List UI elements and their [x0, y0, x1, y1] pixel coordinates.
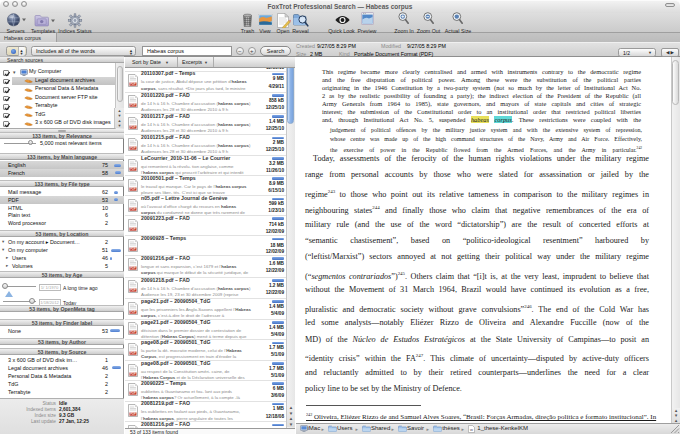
svg-text:PDF: PDF: [130, 227, 136, 231]
svg-text:PDF: PDF: [130, 146, 136, 150]
svg-text:PDF: PDF: [130, 167, 136, 171]
svg-text:PDF: PDF: [130, 103, 136, 107]
svg-text:w: w: [470, 427, 473, 432]
svg-text:PDF: PDF: [130, 310, 136, 314]
svg-text:PDF: PDF: [130, 330, 136, 334]
svg-text:PDF: PDF: [130, 412, 136, 416]
svg-text:PDF: PDF: [130, 125, 136, 129]
svg-text:PDF: PDF: [130, 266, 136, 270]
svg-text:PDF: PDF: [130, 288, 136, 292]
svg-text:PDF: PDF: [130, 207, 136, 211]
svg-text:PDF: PDF: [130, 187, 136, 191]
svg-text:PDF: PDF: [130, 247, 136, 251]
svg-text:PDF: PDF: [130, 372, 136, 376]
svg-text:PDF: PDF: [130, 82, 136, 86]
svg-text:PDF: PDF: [130, 391, 136, 395]
svg-text:PDF: PDF: [130, 351, 136, 355]
